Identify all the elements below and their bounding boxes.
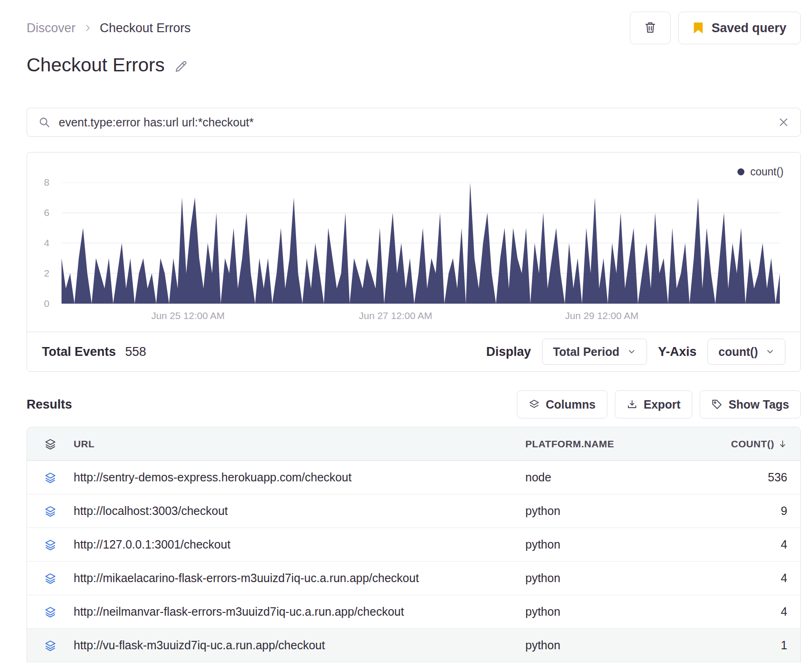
stack-expand-icon[interactable] — [44, 572, 56, 584]
cell-platform: python — [525, 605, 707, 618]
stack-expand-icon[interactable] — [44, 505, 56, 517]
cell-count: 4 — [781, 538, 800, 551]
results-heading: Results — [27, 397, 72, 412]
table-row[interactable]: http://sentry-demos-express.herokuapp.co… — [27, 461, 800, 494]
cell-url: http://mikaelacarino-flask-errors-m3uuiz… — [74, 571, 525, 585]
download-icon — [626, 399, 638, 410]
cell-count: 536 — [768, 471, 800, 484]
x-tick-label: Jun 29 12:00 AM — [565, 310, 639, 321]
discover-page: Discover Checkout Errors Saved query Che… — [0, 0, 812, 662]
x-tick-label: Jun 27 12:00 AM — [359, 310, 433, 321]
tag-icon — [711, 399, 723, 410]
cell-platform: python — [525, 504, 707, 518]
display-dropdown[interactable]: Total Period — [542, 339, 647, 365]
cell-count: 1 — [781, 639, 800, 652]
stack-expand-icon[interactable] — [44, 606, 56, 618]
breadcrumb-current: Checkout Errors — [100, 21, 191, 35]
y-tick-label: 8 — [44, 177, 49, 188]
results-table: URL PLATFORM.NAME COUNT() http://sentry-… — [27, 427, 801, 662]
y-axis-labels: 02468 — [27, 182, 54, 304]
chevron-down-icon — [765, 347, 775, 356]
breadcrumb-discover[interactable]: Discover — [27, 21, 76, 35]
cell-count: 4 — [781, 571, 800, 585]
export-button[interactable]: Export — [615, 390, 692, 418]
results-actions: Columns Export Show Tags — [517, 390, 801, 418]
chart-area: count() 02468 Jun 25 12:00 AMJun 27 12:0… — [27, 153, 800, 332]
chevron-right-icon — [83, 23, 92, 33]
chart-footer: Total Events 558 Display Total Period Y-… — [27, 332, 800, 371]
stack-expand-icon[interactable] — [44, 472, 56, 484]
delete-query-button[interactable] — [630, 12, 671, 44]
y-tick-label: 6 — [44, 207, 49, 218]
cell-url: http://localhost:3003/checkout — [74, 504, 525, 518]
table-header-row: URL PLATFORM.NAME COUNT() — [27, 427, 800, 461]
total-events: Total Events 558 — [42, 345, 146, 359]
table-row[interactable]: http://neilmanvar-flask-errors-m3uuizd7i… — [27, 595, 800, 629]
yaxis-dropdown[interactable]: count() — [708, 339, 785, 365]
clear-search-icon[interactable] — [778, 117, 789, 128]
y-tick-label: 4 — [44, 237, 49, 249]
columns-label: Columns — [546, 398, 596, 411]
display-label: Display — [486, 345, 531, 359]
x-tick-label: Jun 25 12:00 AM — [151, 310, 225, 321]
pencil-edit-icon[interactable] — [174, 60, 188, 74]
columns-button[interactable]: Columns — [517, 390, 607, 418]
total-events-value: 558 — [125, 345, 146, 359]
breadcrumb: Discover Checkout Errors — [27, 21, 191, 35]
yaxis-label: Y-Axis — [658, 345, 697, 359]
show-tags-button[interactable]: Show Tags — [700, 390, 801, 418]
cell-url: http://127.0.0.1:3001/checkout — [74, 538, 525, 551]
sort-desc-icon — [778, 439, 787, 449]
chevron-down-icon — [627, 347, 636, 356]
cell-count: 9 — [781, 504, 800, 518]
yaxis-value: count() — [718, 345, 758, 359]
y-tick-label: 0 — [44, 298, 49, 309]
cell-url: http://neilmanvar-flask-errors-m3uuizd7i… — [74, 605, 525, 618]
cell-count: 4 — [781, 605, 800, 618]
show-tags-label: Show Tags — [729, 398, 789, 411]
saved-query-button[interactable]: Saved query — [678, 12, 801, 44]
table-row[interactable]: http://127.0.0.1:3001/checkout python 4 — [27, 528, 800, 562]
display-value: Total Period — [553, 345, 619, 359]
total-events-label: Total Events — [42, 345, 116, 359]
bookmark-icon — [693, 22, 704, 34]
cell-platform: node — [525, 471, 707, 484]
chart-svg — [62, 182, 780, 304]
stack-expand-icon[interactable] — [44, 639, 56, 652]
cell-platform: python — [525, 538, 707, 551]
search-bar — [27, 108, 801, 137]
title-row: Checkout Errors — [27, 54, 801, 76]
results-header: Results Columns Export Show Tags — [27, 390, 801, 418]
top-actions: Saved query — [630, 12, 801, 44]
cell-platform: python — [525, 639, 707, 652]
y-tick-label: 2 — [44, 268, 49, 279]
cell-url: http://sentry-demos-express.herokuapp.co… — [74, 471, 525, 484]
column-header-url[interactable]: URL — [74, 438, 525, 450]
events-chart-card: count() 02468 Jun 25 12:00 AMJun 27 12:0… — [27, 152, 801, 372]
table-row[interactable]: http://localhost:3003/checkout python 9 — [27, 494, 800, 528]
legend-label: count() — [750, 166, 784, 178]
layers-icon — [529, 399, 540, 410]
column-header-count-label: COUNT() — [731, 438, 774, 450]
column-header-platform[interactable]: PLATFORM.NAME — [525, 438, 707, 450]
table-row[interactable]: http://vu-flask-m3uuizd7iq-uc.a.run.app/… — [27, 629, 800, 662]
trash-icon — [644, 21, 657, 35]
page-title: Checkout Errors — [27, 54, 165, 76]
saved-query-label: Saved query — [711, 21, 786, 35]
chart-legend: count() — [737, 166, 784, 178]
x-axis-labels: Jun 25 12:00 AMJun 27 12:00 AMJun 29 12:… — [62, 310, 780, 325]
search-input[interactable] — [59, 116, 770, 129]
cell-url: http://vu-flask-m3uuizd7iq-uc.a.run.app/… — [74, 639, 525, 652]
legend-dot-icon — [737, 168, 744, 175]
cell-platform: python — [525, 571, 707, 585]
column-header-count[interactable]: COUNT() — [731, 438, 800, 450]
stack-icon — [44, 438, 56, 450]
top-bar: Discover Checkout Errors Saved query — [27, 11, 801, 45]
export-label: Export — [644, 398, 681, 411]
chart-plot — [62, 182, 780, 304]
search-icon — [38, 116, 50, 128]
chart-controls: Display Total Period Y-Axis count() — [486, 339, 785, 365]
stack-expand-icon[interactable] — [44, 539, 56, 551]
table-row[interactable]: http://mikaelacarino-flask-errors-m3uuiz… — [27, 562, 800, 595]
